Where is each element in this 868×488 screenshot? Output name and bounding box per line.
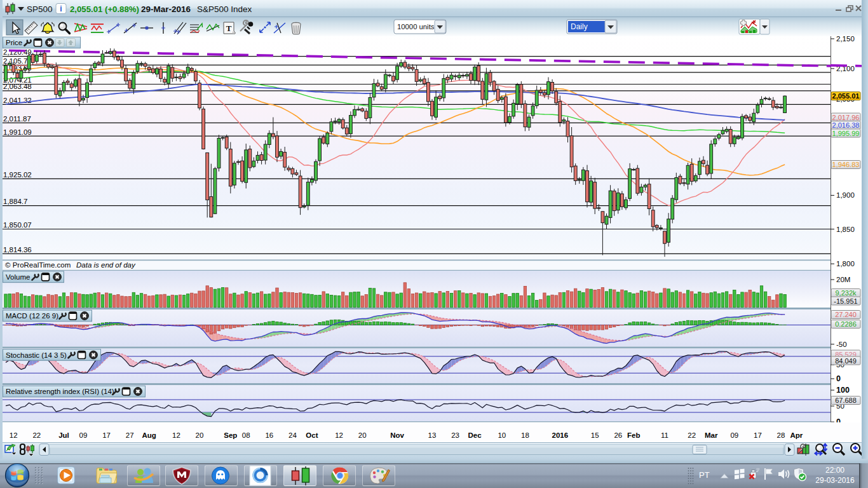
svg-text:Volume: Volume xyxy=(6,273,30,281)
svg-text:1,925.02: 1,925.02 xyxy=(3,171,32,179)
svg-text:9,232k: 9,232k xyxy=(835,289,857,297)
svg-text:2,063.48: 2,063.48 xyxy=(3,83,32,90)
svg-text:12: 12 xyxy=(10,431,18,439)
svg-text:100: 100 xyxy=(836,386,850,395)
svg-text:1,850: 1,850 xyxy=(836,226,855,233)
svg-text:1,800: 1,800 xyxy=(836,260,855,268)
svg-text:22: 22 xyxy=(32,431,41,439)
svg-text:2,011.87: 2,011.87 xyxy=(3,115,31,123)
svg-text:1,946.83: 1,946.83 xyxy=(832,161,860,168)
svg-text:Dec: Dec xyxy=(468,431,482,439)
svg-text:2,016.38: 2,016.38 xyxy=(832,121,860,129)
svg-text:17: 17 xyxy=(754,431,762,439)
svg-text:22: 22 xyxy=(688,431,696,439)
svg-text:26: 26 xyxy=(614,431,622,439)
svg-text:Apr: Apr xyxy=(790,431,803,439)
svg-text:Jul: Jul xyxy=(58,431,69,439)
svg-text:MACD (12 26 9): MACD (12 26 9) xyxy=(6,312,58,320)
svg-text:2,150: 2,150 xyxy=(836,35,855,43)
svg-text:-50: -50 xyxy=(836,341,847,348)
svg-text:2,120.49: 2,120.49 xyxy=(3,48,32,56)
svg-text:© ProRealTime.com: © ProRealTime.com xyxy=(5,261,71,269)
svg-text:Stochastic (14 3 5): Stochastic (14 3 5) xyxy=(6,351,67,359)
svg-text:2,055.01: 2,055.01 xyxy=(832,92,860,100)
svg-text:Relative strength index (RSI): Relative strength index (RSI) (14) xyxy=(6,388,114,395)
svg-text:67.688: 67.688 xyxy=(835,396,857,404)
svg-text:1,850.07: 1,850.07 xyxy=(3,221,32,229)
svg-text:20: 20 xyxy=(196,431,204,439)
svg-text:08: 08 xyxy=(242,431,250,439)
svg-text:11: 11 xyxy=(661,431,668,439)
svg-text:Price: Price xyxy=(6,39,22,46)
svg-text:Aug: Aug xyxy=(142,431,156,439)
svg-text:2,017.96: 2,017.96 xyxy=(832,114,860,121)
svg-text:1,900: 1,900 xyxy=(836,191,855,199)
svg-text:18: 18 xyxy=(521,431,529,439)
svg-text:20: 20 xyxy=(358,431,367,439)
svg-text:Nov: Nov xyxy=(390,431,404,439)
svg-text:12: 12 xyxy=(335,431,343,439)
svg-text:27: 27 xyxy=(126,431,134,439)
svg-text:24: 24 xyxy=(288,431,297,439)
svg-text:1,814.36: 1,814.36 xyxy=(3,246,32,254)
svg-text:09: 09 xyxy=(79,431,88,439)
svg-text:Sep: Sep xyxy=(224,431,237,439)
svg-text:0: 0 xyxy=(836,374,841,383)
svg-text:16: 16 xyxy=(265,431,273,439)
svg-text:15: 15 xyxy=(591,431,599,439)
svg-text:09: 09 xyxy=(730,431,738,439)
svg-text:27.240: 27.240 xyxy=(835,311,857,318)
svg-text:Oct: Oct xyxy=(306,431,318,439)
svg-text:12: 12 xyxy=(172,431,180,439)
svg-text:17: 17 xyxy=(102,431,111,439)
svg-text:84.049: 84.049 xyxy=(835,357,857,365)
svg-text:10: 10 xyxy=(498,431,506,439)
svg-text:Mar: Mar xyxy=(705,431,718,439)
svg-text:-15.951: -15.951 xyxy=(834,297,857,305)
svg-text:0.2286: 0.2286 xyxy=(835,320,857,328)
svg-text:1,995.99: 1,995.99 xyxy=(832,130,860,137)
svg-text:Feb: Feb xyxy=(627,431,640,439)
svg-text:23: 23 xyxy=(451,431,459,439)
svg-text:28: 28 xyxy=(777,431,785,439)
svg-text:Data is end of day: Data is end of day xyxy=(76,261,136,269)
svg-text:1,991.09: 1,991.09 xyxy=(3,128,32,136)
svg-text:20M: 20M xyxy=(836,276,850,283)
svg-text:2016: 2016 xyxy=(552,431,569,439)
svg-text:1,884.7: 1,884.7 xyxy=(3,198,27,205)
svg-text:13: 13 xyxy=(428,431,437,439)
